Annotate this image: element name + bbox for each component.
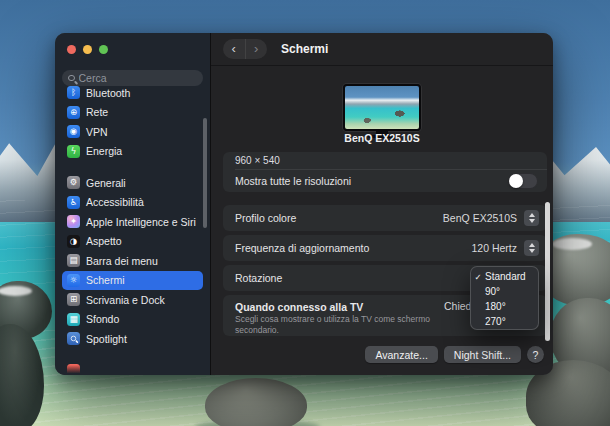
sidebar-item-sfondo[interactable]: ▦ Sfondo [62,310,203,329]
color-profile-dropdown-stepper[interactable] [524,210,539,226]
rotation-option-standard[interactable]: ✓ Standard [471,269,538,284]
help-button[interactable]: ? [527,346,544,363]
show-all-resolutions-toggle[interactable] [508,173,538,189]
toggle-knob [509,174,523,188]
rotation-option-270[interactable]: 270° [471,314,538,329]
sidebar-item-bluetooth[interactable]: ᛒ Bluetooth [62,83,203,102]
displays-icon: ☼ [67,274,80,287]
sidebar-scrollbar[interactable] [203,118,207,228]
toolbar: ‹ › Schermi [211,33,553,66]
sidebar-item-scrivania-e-dock[interactable]: ⊞ Scrivania e Dock [62,290,203,309]
system-settings-window: ᛒ Bluetooth ⊕ Rete ◉ VPN ϟ Energia ⚙ [55,33,553,375]
sidebar: ᛒ Bluetooth ⊕ Rete ◉ VPN ϟ Energia ⚙ [55,33,210,375]
sidebar-item-partial[interactable] [62,361,203,376]
night-shift-button[interactable]: Night Shift... [444,346,521,363]
desktop-dock-icon: ⊞ [67,293,80,306]
monitor-screen-thumbnail [343,84,421,131]
sidebar-item-vpn[interactable]: ◉ VPN [62,122,203,141]
footer-buttons: Avanzate... Night Shift... ? [365,346,544,363]
network-globe-icon: ⊕ [67,106,80,119]
show-all-resolutions-row: Mostra tutte le risoluzioni [223,170,547,192]
sidebar-item-apple-intelligence-siri[interactable]: ✦ Apple Intelligence e Siri [62,212,203,231]
accessibility-icon: ♿ [67,196,80,209]
battery-energy-icon: ϟ [67,145,80,158]
forward-button[interactable]: › [245,39,268,59]
close-button[interactable] [67,45,76,54]
sidebar-group-divider [55,161,210,173]
tv-connection-subtitle: Scegli cosa mostrare o utilizza la TV co… [235,314,470,335]
navigation-buttons: ‹ › [223,39,267,59]
bluetooth-icon: ᛒ [67,86,80,99]
minimize-button[interactable] [83,45,92,54]
sidebar-item-rete[interactable]: ⊕ Rete [62,103,203,122]
rotation-option-180[interactable]: 180° [471,299,538,314]
wallpaper-settings-icon: ▦ [67,313,80,326]
content-scrollbar[interactable] [545,202,550,341]
color-profile-value: BenQ EX2510S [443,212,517,224]
resolution-option[interactable]: 960 × 540 [223,152,547,169]
sidebar-list: ᛒ Bluetooth ⊕ Rete ◉ VPN ϟ Energia ⚙ [55,83,210,375]
color-profile-row: Profilo colore BenQ EX2510S [223,205,547,231]
search-icon [68,75,75,82]
back-button[interactable]: ‹ [223,39,245,59]
rotation-dropdown-menu: ✓ Standard 90° 180° 270° [470,266,539,330]
display-preview[interactable] [343,84,421,138]
appearance-icon: ◑ [67,235,80,248]
resolutions-card: 960 × 540 Mostra tutte le risoluzioni [223,152,547,192]
page-title: Schermi [281,42,328,56]
vpn-icon: ◉ [67,125,80,138]
desktop: ᛒ Bluetooth ⊕ Rete ◉ VPN ϟ Energia ⚙ [0,0,610,426]
gear-icon: ⚙ [67,176,80,189]
sidebar-group-divider [55,349,210,361]
refresh-rate-row: Frequenza di aggiornamento 120 Hertz [223,235,547,261]
sidebar-item-energia[interactable]: ϟ Energia [62,142,203,161]
menu-bar-icon: ▤ [67,254,80,267]
wallpaper-rock [205,378,307,426]
advanced-button[interactable]: Avanzate... [365,346,437,363]
sidebar-item-schermi[interactable]: ☼ Schermi [62,271,203,290]
zoom-button[interactable] [99,45,108,54]
sidebar-item-accessibilita[interactable]: ♿ Accessibilità [62,193,203,212]
siri-icon: ✦ [67,215,80,228]
refresh-rate-value: 120 Hertz [471,242,517,254]
sidebar-item-aspetto[interactable]: ◑ Aspetto [62,232,203,251]
spotlight-icon [67,332,80,345]
sidebar-item-spotlight[interactable]: Spotlight [62,329,203,348]
notifications-icon [67,364,80,376]
window-controls [67,45,108,54]
rotation-option-90[interactable]: 90° [471,284,538,299]
sidebar-item-barra-dei-menu[interactable]: ▤ Barra dei menu [62,251,203,270]
checkmark-icon: ✓ [471,272,485,282]
refresh-rate-dropdown-stepper[interactable] [524,240,539,256]
main-panel: ‹ › Schermi BenQ EX2510S 960 × 540 Mostr… [210,33,553,375]
display-name-label: BenQ EX2510S [211,132,553,144]
sidebar-item-generali[interactable]: ⚙ Generali [62,173,203,192]
